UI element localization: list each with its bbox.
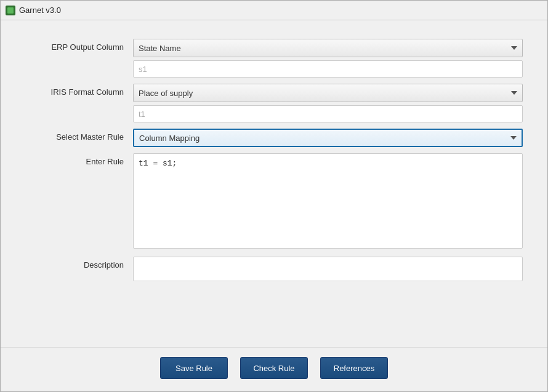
check-rule-button[interactable]: Check Rule: [240, 357, 308, 379]
main-window: Garnet v3.0 ERP Output Column State Name…: [0, 0, 548, 392]
erp-output-column-label: ERP Output Column: [25, 39, 133, 52]
enter-rule-label: Enter Rule: [25, 153, 133, 166]
erp-input-text: s1: [133, 60, 523, 78]
iris-format-column-dropdown[interactable]: Place of supply: [133, 84, 523, 102]
save-rule-button[interactable]: Save Rule: [160, 357, 228, 379]
window-title: Garnet v3.0: [19, 6, 61, 15]
description-label: Description: [25, 257, 133, 270]
app-icon: [6, 6, 15, 15]
iris-format-column-row: IRIS Format Column Place of supply t1: [25, 84, 523, 122]
description-field[interactable]: [133, 257, 523, 281]
erp-output-column-field: State Name s1: [133, 39, 523, 78]
enter-rule-field: [133, 153, 523, 250]
iris-input-text: t1: [133, 105, 523, 122]
iris-format-column-arrow-icon: [511, 91, 517, 95]
iris-format-column-field: Place of supply t1: [133, 84, 523, 122]
title-bar: Garnet v3.0: [1, 1, 547, 20]
select-master-rule-row: Select Master Rule Column Mapping: [25, 129, 523, 147]
enter-rule-textarea[interactable]: [133, 153, 523, 249]
description-row: Description: [25, 257, 523, 281]
select-master-rule-label: Select Master Rule: [25, 129, 133, 142]
select-master-rule-dropdown[interactable]: Column Mapping: [133, 129, 523, 147]
references-button[interactable]: References: [320, 357, 388, 379]
iris-format-column-value: Place of supply: [139, 89, 193, 98]
select-master-rule-value: Column Mapping: [139, 134, 199, 143]
erp-output-column-row: ERP Output Column State Name s1: [25, 39, 523, 78]
erp-output-column-dropdown[interactable]: State Name: [133, 39, 523, 57]
iris-format-column-label: IRIS Format Column: [25, 84, 133, 97]
footer: Save Rule Check Rule References: [1, 347, 547, 391]
enter-rule-row: Enter Rule: [25, 153, 523, 250]
erp-output-column-value: State Name: [139, 44, 181, 53]
form-content: ERP Output Column State Name s1 IRIS For…: [1, 20, 547, 347]
erp-output-column-arrow-icon: [511, 46, 517, 50]
select-master-rule-arrow-icon: [510, 136, 517, 140]
select-master-rule-field: Column Mapping: [133, 129, 523, 147]
